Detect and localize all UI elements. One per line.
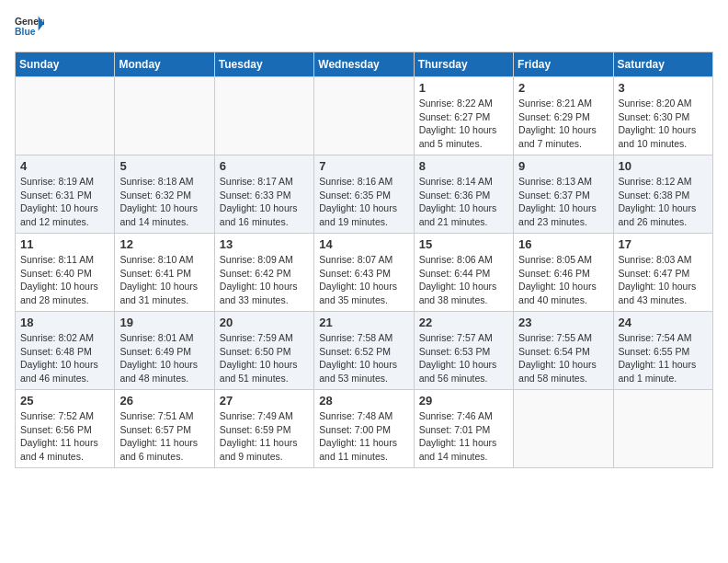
- weekday-header-monday: Monday: [115, 52, 214, 77]
- day-info: Sunrise: 7:49 AMSunset: 6:59 PMDaylight:…: [220, 409, 309, 464]
- day-info: Sunrise: 8:14 AMSunset: 6:36 PMDaylight:…: [419, 175, 508, 229]
- day-number: 28: [319, 394, 408, 408]
- day-info: Sunrise: 8:21 AMSunset: 6:29 PMDaylight:…: [518, 97, 608, 151]
- day-number: 13: [220, 237, 309, 251]
- calendar-cell: [16, 77, 115, 155]
- day-number: 4: [20, 159, 109, 173]
- day-info: Sunrise: 7:55 AMSunset: 6:54 PMDaylight:…: [518, 331, 608, 385]
- day-info: Sunrise: 7:46 AMSunset: 7:01 PMDaylight:…: [419, 409, 508, 464]
- day-info: Sunrise: 8:07 AMSunset: 6:43 PMDaylight:…: [319, 253, 408, 307]
- calendar-cell: 21Sunrise: 7:58 AMSunset: 6:52 PMDayligh…: [314, 312, 414, 390]
- calendar-cell: 26Sunrise: 7:51 AMSunset: 6:57 PMDayligh…: [115, 390, 214, 468]
- day-info: Sunrise: 8:19 AMSunset: 6:31 PMDaylight:…: [20, 175, 109, 229]
- day-number: 9: [518, 159, 608, 173]
- day-info: Sunrise: 8:18 AMSunset: 6:32 PMDaylight:…: [119, 175, 209, 229]
- day-info: Sunrise: 7:58 AMSunset: 6:52 PMDaylight:…: [319, 331, 408, 385]
- calendar-cell: 6Sunrise: 8:17 AMSunset: 6:33 PMDaylight…: [214, 155, 313, 234]
- calendar-cell: 5Sunrise: 8:18 AMSunset: 6:32 PMDaylight…: [115, 155, 214, 234]
- calendar-cell: 20Sunrise: 7:59 AMSunset: 6:50 PMDayligh…: [214, 312, 313, 390]
- calendar-week-row: 11Sunrise: 8:11 AMSunset: 6:40 PMDayligh…: [16, 234, 713, 312]
- day-number: 24: [619, 316, 708, 329]
- calendar-cell: [514, 390, 613, 468]
- calendar-cell: 27Sunrise: 7:49 AMSunset: 6:59 PMDayligh…: [214, 390, 313, 468]
- svg-text:Blue: Blue: [15, 27, 36, 37]
- calendar-cell: 29Sunrise: 7:46 AMSunset: 7:01 PMDayligh…: [414, 390, 513, 468]
- calendar-cell: 9Sunrise: 8:13 AMSunset: 6:37 PMDaylight…: [514, 155, 613, 234]
- weekday-header-thursday: Thursday: [414, 52, 513, 77]
- day-info: Sunrise: 7:54 AMSunset: 6:55 PMDaylight:…: [619, 331, 708, 385]
- calendar-cell: 3Sunrise: 8:20 AMSunset: 6:30 PMDaylight…: [613, 77, 712, 155]
- day-info: Sunrise: 8:17 AMSunset: 6:33 PMDaylight:…: [220, 175, 309, 229]
- calendar-cell: 4Sunrise: 8:19 AMSunset: 6:31 PMDaylight…: [16, 155, 115, 234]
- page-header: General Blue: [15, 15, 713, 40]
- day-number: 1: [419, 81, 508, 95]
- day-number: 23: [518, 316, 608, 329]
- day-number: 22: [419, 316, 508, 329]
- calendar-cell: 23Sunrise: 7:55 AMSunset: 6:54 PMDayligh…: [514, 312, 613, 390]
- logo-icon: General Blue: [15, 15, 44, 40]
- day-info: Sunrise: 8:09 AMSunset: 6:42 PMDaylight:…: [220, 253, 309, 307]
- calendar-table: SundayMondayTuesdayWednesdayThursdayFrid…: [15, 52, 713, 468]
- day-number: 12: [119, 237, 209, 251]
- calendar-week-row: 4Sunrise: 8:19 AMSunset: 6:31 PMDaylight…: [16, 155, 713, 234]
- calendar-week-row: 18Sunrise: 8:02 AMSunset: 6:48 PMDayligh…: [16, 312, 713, 390]
- calendar-cell: 16Sunrise: 8:05 AMSunset: 6:46 PMDayligh…: [514, 234, 613, 312]
- calendar-cell: 18Sunrise: 8:02 AMSunset: 6:48 PMDayligh…: [16, 312, 115, 390]
- calendar-cell: 1Sunrise: 8:22 AMSunset: 6:27 PMDaylight…: [414, 77, 513, 155]
- day-number: 16: [518, 237, 608, 251]
- weekday-header-sunday: Sunday: [16, 52, 115, 77]
- calendar-cell: [613, 390, 712, 468]
- day-number: 18: [20, 316, 109, 329]
- calendar-cell: 12Sunrise: 8:10 AMSunset: 6:41 PMDayligh…: [115, 234, 214, 312]
- calendar-cell: 15Sunrise: 8:06 AMSunset: 6:44 PMDayligh…: [414, 234, 513, 312]
- calendar-cell: 10Sunrise: 8:12 AMSunset: 6:38 PMDayligh…: [613, 155, 712, 234]
- calendar-cell: 17Sunrise: 8:03 AMSunset: 6:47 PMDayligh…: [613, 234, 712, 312]
- calendar-cell: 25Sunrise: 7:52 AMSunset: 6:56 PMDayligh…: [16, 390, 115, 468]
- day-info: Sunrise: 7:51 AMSunset: 6:57 PMDaylight:…: [119, 409, 209, 464]
- day-number: 20: [220, 316, 309, 329]
- weekday-header-tuesday: Tuesday: [214, 52, 313, 77]
- logo: General Blue: [15, 15, 48, 40]
- calendar-cell: 11Sunrise: 8:11 AMSunset: 6:40 PMDayligh…: [16, 234, 115, 312]
- calendar-header-row: SundayMondayTuesdayWednesdayThursdayFrid…: [16, 52, 713, 77]
- calendar-cell: 8Sunrise: 8:14 AMSunset: 6:36 PMDaylight…: [414, 155, 513, 234]
- day-number: 17: [619, 237, 708, 251]
- day-number: 5: [119, 159, 209, 173]
- day-number: 14: [319, 237, 408, 251]
- day-info: Sunrise: 8:05 AMSunset: 6:46 PMDaylight:…: [518, 253, 608, 307]
- calendar-week-row: 1Sunrise: 8:22 AMSunset: 6:27 PMDaylight…: [16, 77, 713, 155]
- day-info: Sunrise: 8:20 AMSunset: 6:30 PMDaylight:…: [619, 97, 708, 151]
- day-number: 27: [220, 394, 309, 408]
- day-info: Sunrise: 8:10 AMSunset: 6:41 PMDaylight:…: [119, 253, 209, 307]
- calendar-cell: [115, 77, 214, 155]
- calendar-cell: 2Sunrise: 8:21 AMSunset: 6:29 PMDaylight…: [514, 77, 613, 155]
- day-info: Sunrise: 8:02 AMSunset: 6:48 PMDaylight:…: [20, 331, 109, 385]
- day-info: Sunrise: 8:11 AMSunset: 6:40 PMDaylight:…: [20, 253, 109, 307]
- day-number: 11: [20, 237, 109, 251]
- calendar-cell: [314, 77, 414, 155]
- day-info: Sunrise: 8:13 AMSunset: 6:37 PMDaylight:…: [518, 175, 608, 229]
- calendar-cell: [214, 77, 313, 155]
- day-info: Sunrise: 7:57 AMSunset: 6:53 PMDaylight:…: [419, 331, 508, 385]
- day-number: 21: [319, 316, 408, 329]
- day-number: 26: [119, 394, 209, 408]
- calendar-week-row: 25Sunrise: 7:52 AMSunset: 6:56 PMDayligh…: [16, 390, 713, 468]
- day-number: 19: [119, 316, 209, 329]
- day-info: Sunrise: 7:52 AMSunset: 6:56 PMDaylight:…: [20, 409, 109, 464]
- day-number: 8: [419, 159, 508, 173]
- day-number: 7: [319, 159, 408, 173]
- day-info: Sunrise: 7:59 AMSunset: 6:50 PMDaylight:…: [220, 331, 309, 385]
- calendar-cell: 14Sunrise: 8:07 AMSunset: 6:43 PMDayligh…: [314, 234, 414, 312]
- weekday-header-wednesday: Wednesday: [314, 52, 414, 77]
- day-number: 15: [419, 237, 508, 251]
- day-number: 6: [220, 159, 309, 173]
- calendar-cell: 19Sunrise: 8:01 AMSunset: 6:49 PMDayligh…: [115, 312, 214, 390]
- day-info: Sunrise: 8:12 AMSunset: 6:38 PMDaylight:…: [619, 175, 708, 229]
- day-info: Sunrise: 7:48 AMSunset: 7:00 PMDaylight:…: [319, 409, 408, 464]
- weekday-header-friday: Friday: [514, 52, 613, 77]
- weekday-header-saturday: Saturday: [613, 52, 712, 77]
- day-number: 25: [20, 394, 109, 408]
- day-info: Sunrise: 8:01 AMSunset: 6:49 PMDaylight:…: [119, 331, 209, 385]
- calendar-cell: 22Sunrise: 7:57 AMSunset: 6:53 PMDayligh…: [414, 312, 513, 390]
- day-number: 2: [518, 81, 608, 95]
